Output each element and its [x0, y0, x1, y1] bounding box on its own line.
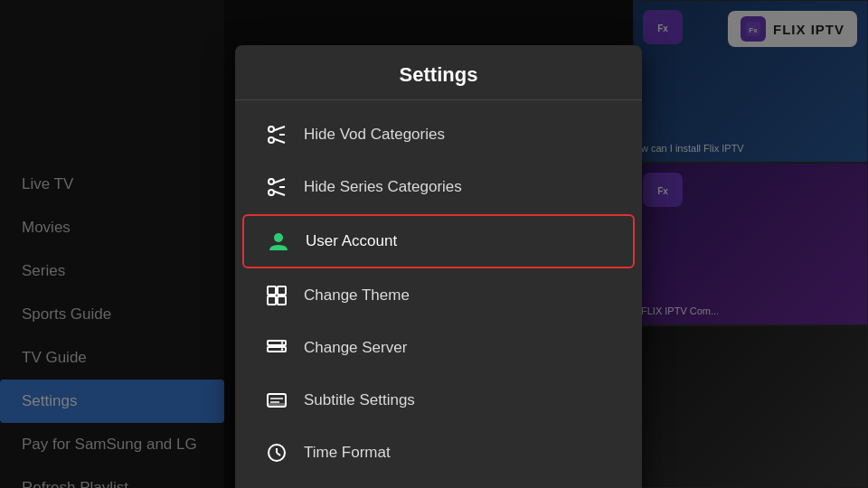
settings-title: Settings: [235, 45, 642, 100]
change-server-label: Change Server: [304, 339, 407, 357]
clock-icon: [264, 440, 289, 465]
user-account-label: User Account: [306, 232, 397, 250]
user-icon: [266, 229, 291, 254]
subtitle-icon: [264, 388, 289, 413]
svg-line-13: [274, 179, 286, 183]
change-theme-label: Change Theme: [304, 286, 410, 305]
settings-modal: Settings Hide Vod Categories: [235, 45, 642, 488]
settings-item-change-server[interactable]: Change Server: [242, 323, 635, 373]
settings-item-hide-series[interactable]: Hide Series Categories: [242, 162, 635, 212]
settings-item-live-channel-sort[interactable]: A Z Live Channel Sort: [242, 480, 635, 488]
settings-item-time-format[interactable]: Time Format: [242, 427, 635, 478]
scissors-icon: [264, 122, 289, 147]
settings-item-change-theme[interactable]: Change Theme: [242, 270, 635, 321]
server-icon: [264, 335, 289, 361]
svg-rect-19: [268, 296, 276, 305]
subtitle-label: Subtitle Settings: [304, 391, 415, 409]
svg-line-9: [274, 139, 286, 144]
time-format-label: Time Format: [304, 444, 391, 462]
settings-item-subtitle[interactable]: Subtitle Settings: [242, 375, 635, 426]
svg-point-11: [269, 179, 274, 184]
svg-point-16: [274, 233, 283, 242]
hide-vod-label: Hide Vod Categories: [304, 126, 445, 144]
svg-point-24: [281, 348, 283, 350]
settings-item-hide-vod[interactable]: Hide Vod Categories: [242, 109, 635, 160]
hide-series-label: Hide Series Categories: [304, 178, 462, 196]
svg-line-31: [277, 453, 280, 455]
scissors2-icon: [264, 174, 289, 200]
svg-rect-18: [278, 286, 286, 295]
svg-rect-17: [268, 286, 276, 295]
svg-rect-20: [278, 296, 286, 305]
svg-point-7: [269, 137, 274, 143]
settings-list: Hide Vod Categories Hide Series Categori…: [235, 100, 642, 488]
settings-item-user-account[interactable]: User Account: [242, 214, 635, 268]
svg-point-6: [269, 127, 274, 132]
svg-rect-28: [268, 403, 286, 407]
theme-icon: [264, 283, 289, 308]
svg-point-12: [269, 190, 274, 195]
svg-line-14: [274, 192, 286, 196]
svg-line-8: [274, 127, 286, 131]
svg-point-23: [281, 342, 283, 343]
